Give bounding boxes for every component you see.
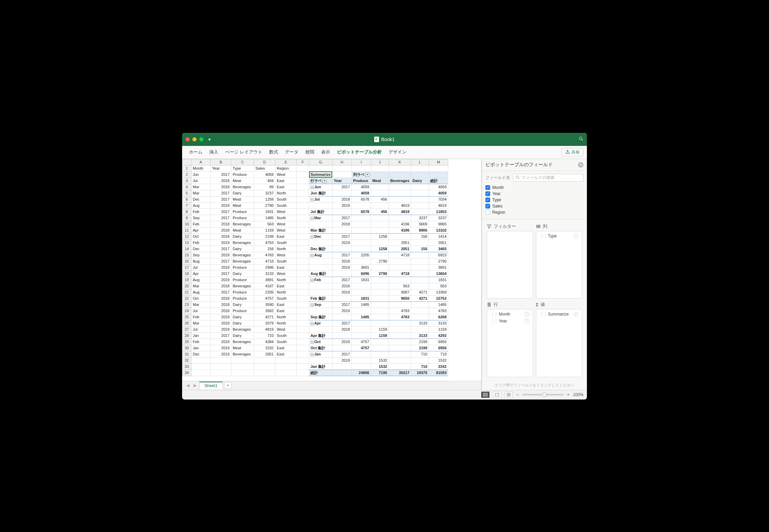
cell[interactable]: Feb: [191, 314, 211, 320]
cell[interactable]: [429, 165, 448, 171]
expander-icon[interactable]: [310, 198, 314, 201]
cell[interactable]: 2018: [332, 196, 351, 202]
cell[interactable]: [309, 283, 333, 289]
cell[interactable]: [309, 202, 333, 209]
row-header[interactable]: 8: [182, 209, 191, 215]
cell[interactable]: Oct: [191, 233, 211, 240]
cell[interactable]: [371, 295, 389, 301]
cell[interactable]: [411, 314, 429, 320]
cell[interactable]: [389, 363, 411, 370]
cell[interactable]: 6268: [429, 314, 448, 320]
cell[interactable]: [254, 370, 275, 376]
cell[interactable]: Produce: [231, 171, 254, 178]
zoom-out-button[interactable]: −: [516, 392, 519, 397]
cell[interactable]: Summarize: [309, 171, 333, 178]
cell[interactable]: 4718: [254, 258, 275, 264]
field-row[interactable]: Year: [485, 191, 583, 197]
cell[interactable]: 3133: [411, 332, 429, 339]
view-page-break-button[interactable]: [505, 392, 513, 398]
cell[interactable]: 4819: [254, 326, 275, 332]
cell[interactable]: 3133: [254, 270, 275, 277]
cell[interactable]: North: [275, 190, 297, 196]
row-header[interactable]: 9: [182, 215, 191, 221]
cell[interactable]: [297, 227, 309, 233]
grid[interactable]: ABCDEFGHIJKLM1MonthYearTypeSalesRegion2J…: [182, 159, 481, 381]
cell[interactable]: [351, 308, 371, 314]
cell[interactable]: Produce: [351, 178, 371, 184]
cell[interactable]: [411, 190, 429, 196]
cell[interactable]: 2018: [332, 339, 351, 345]
cell[interactable]: Dec: [191, 196, 211, 202]
cell[interactable]: 4271: [411, 289, 429, 295]
cell[interactable]: 13358: [429, 289, 448, 295]
cell[interactable]: Feb: [309, 277, 333, 283]
cell[interactable]: [389, 326, 411, 332]
cell[interactable]: 4384: [254, 339, 275, 345]
cell[interactable]: [411, 270, 429, 277]
cell[interactable]: [351, 326, 371, 332]
cell[interactable]: Aug 集計: [309, 270, 333, 277]
cell[interactable]: [297, 184, 309, 190]
cell[interactable]: 2019: [332, 308, 351, 314]
cell[interactable]: 2019: [211, 326, 231, 332]
cell[interactable]: 総計: [429, 178, 448, 184]
cell[interactable]: 2019: [332, 202, 351, 209]
cell[interactable]: 4059: [429, 184, 448, 190]
cell[interactable]: 4783: [254, 252, 275, 258]
cell[interactable]: 1414: [429, 233, 448, 240]
cell[interactable]: 1831: [351, 277, 371, 283]
row-header[interactable]: 6: [182, 196, 191, 202]
cell[interactable]: 1485: [429, 301, 448, 308]
cell[interactable]: [411, 202, 429, 209]
cell[interactable]: Beverages: [231, 221, 254, 227]
dropdown-icon[interactable]: [323, 179, 327, 183]
cell[interactable]: [297, 190, 309, 196]
cell[interactable]: Dec: [191, 246, 211, 252]
row-header[interactable]: 14: [182, 246, 191, 252]
cell[interactable]: 4757: [351, 345, 371, 351]
cell[interactable]: Meat: [371, 178, 389, 184]
cell[interactable]: Aug: [191, 202, 211, 209]
cell[interactable]: [389, 320, 411, 326]
cell[interactable]: Dairy: [231, 320, 254, 326]
cell[interactable]: 2018: [211, 301, 231, 308]
zoom-in-button[interactable]: +: [567, 392, 569, 397]
cell[interactable]: 1485: [351, 314, 371, 320]
cell[interactable]: Feb: [191, 240, 211, 246]
cell[interactable]: 6578: [351, 209, 371, 215]
cell[interactable]: 156: [254, 246, 275, 252]
cell[interactable]: South: [275, 339, 297, 345]
cell[interactable]: East: [275, 264, 297, 270]
col-header[interactable]: J: [371, 159, 389, 165]
info-icon[interactable]: i: [525, 312, 529, 317]
cell[interactable]: 30217: [389, 370, 411, 376]
cell[interactable]: [389, 351, 411, 357]
cell[interactable]: [351, 233, 371, 240]
row-header[interactable]: 13: [182, 240, 191, 246]
cell[interactable]: [309, 240, 333, 246]
cell[interactable]: [297, 165, 309, 171]
cell[interactable]: 2019: [211, 277, 231, 283]
cell[interactable]: [332, 345, 351, 351]
cell[interactable]: [389, 233, 411, 240]
cell[interactable]: 2018: [211, 320, 231, 326]
cell[interactable]: [297, 295, 309, 301]
cell[interactable]: 4271: [411, 295, 429, 301]
cell[interactable]: [371, 314, 389, 320]
cell[interactable]: North: [275, 314, 297, 320]
cell[interactable]: West: [275, 209, 297, 215]
row-header[interactable]: 16: [182, 258, 191, 264]
row-header[interactable]: 26: [182, 320, 191, 326]
cell[interactable]: 2019: [211, 339, 231, 345]
cell[interactable]: [389, 171, 411, 178]
cell[interactable]: Feb: [191, 339, 211, 345]
cell[interactable]: [297, 240, 309, 246]
cell[interactable]: 1159: [371, 326, 389, 332]
cell[interactable]: 4059: [351, 190, 371, 196]
cell[interactable]: [351, 351, 371, 357]
cell[interactable]: 2018: [211, 308, 231, 314]
cell[interactable]: 710: [429, 351, 448, 357]
cell[interactable]: 4819: [389, 202, 411, 209]
cell[interactable]: North: [275, 289, 297, 295]
cell[interactable]: 81593: [429, 370, 448, 376]
